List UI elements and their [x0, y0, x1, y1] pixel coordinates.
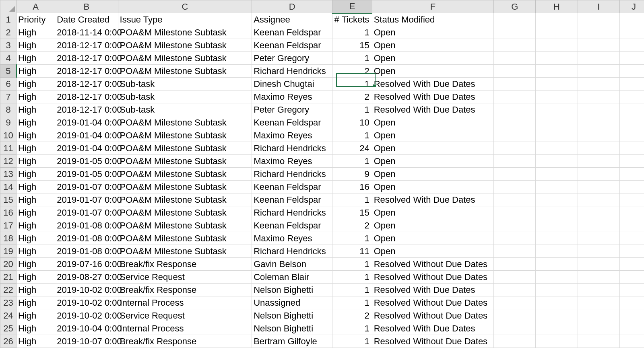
cell[interactable]: 1: [332, 78, 372, 90]
cell[interactable]: Dinesh Chugtai: [252, 78, 332, 90]
cell[interactable]: 16: [332, 181, 372, 193]
cell[interactable]: 2019-01-04 0:00: [55, 142, 118, 155]
cell[interactable]: POA&M Milestone Subtask: [118, 232, 252, 245]
row-header[interactable]: 2: [0, 26, 17, 39]
cell[interactable]: High: [17, 168, 55, 181]
cell[interactable]: [494, 142, 536, 155]
cell[interactable]: [536, 258, 578, 271]
row-header[interactable]: 13: [0, 168, 17, 181]
col-header-E[interactable]: E: [332, 0, 372, 13]
cell[interactable]: [619, 206, 644, 219]
cell[interactable]: [578, 39, 619, 52]
cell[interactable]: [578, 206, 619, 219]
cell[interactable]: [536, 78, 578, 90]
row-header[interactable]: 6: [0, 78, 17, 90]
cell[interactable]: [578, 181, 619, 193]
select-all-corner[interactable]: [0, 0, 17, 13]
cell[interactable]: [619, 90, 644, 103]
cell[interactable]: Open: [372, 52, 494, 65]
cell[interactable]: Internal Process: [118, 296, 252, 309]
cell[interactable]: 1: [332, 284, 372, 296]
cell[interactable]: Nelson Bighetti: [252, 284, 332, 296]
cell[interactable]: Resolved With Due Dates: [372, 90, 494, 103]
cell[interactable]: [494, 232, 536, 245]
cell[interactable]: [619, 193, 644, 206]
cell[interactable]: Peter Gregory: [252, 52, 332, 65]
col-header-G[interactable]: G: [494, 0, 536, 13]
cell[interactable]: POA&M Milestone Subtask: [118, 142, 252, 155]
cell[interactable]: Resolved Without Due Dates: [372, 296, 494, 309]
row-header[interactable]: 8: [0, 103, 17, 116]
cell[interactable]: Bertram Gilfoyle: [252, 335, 332, 348]
cell[interactable]: 2019-01-04 0:00: [55, 129, 118, 142]
cell[interactable]: [619, 258, 644, 271]
cell[interactable]: Nelson Bighetti: [252, 309, 332, 322]
cell[interactable]: [578, 193, 619, 206]
cell[interactable]: Open: [372, 26, 494, 39]
row-header[interactable]: 17: [0, 219, 17, 232]
cell[interactable]: Keenan Feldspar: [252, 26, 332, 39]
cell[interactable]: 2019-01-07 0:00: [55, 181, 118, 193]
cell[interactable]: POA&M Milestone Subtask: [118, 206, 252, 219]
cell[interactable]: [536, 13, 578, 26]
cell[interactable]: [619, 232, 644, 245]
cell[interactable]: 2019-01-07 0:00: [55, 193, 118, 206]
cell[interactable]: 2019-10-02 0:00: [55, 284, 118, 296]
cell[interactable]: 1: [332, 103, 372, 116]
cell[interactable]: 1: [332, 52, 372, 65]
cell[interactable]: High: [17, 52, 55, 65]
cell[interactable]: [494, 39, 536, 52]
cell[interactable]: [578, 258, 619, 271]
cell[interactable]: [536, 116, 578, 129]
cell[interactable]: 2019-01-04 0:00: [55, 116, 118, 129]
cell[interactable]: Priority: [17, 13, 55, 26]
cell[interactable]: POA&M Milestone Subtask: [118, 168, 252, 181]
cell[interactable]: Sub-task: [118, 78, 252, 90]
cell[interactable]: Richard Hendricks: [252, 65, 332, 78]
cell[interactable]: 1: [332, 271, 372, 284]
cell[interactable]: High: [17, 78, 55, 90]
cell[interactable]: [619, 322, 644, 335]
cell[interactable]: [619, 142, 644, 155]
cell[interactable]: Break/fix Response: [118, 258, 252, 271]
cell[interactable]: [494, 309, 536, 322]
cell[interactable]: Maximo Reyes: [252, 90, 332, 103]
cell[interactable]: [494, 284, 536, 296]
cell[interactable]: [494, 129, 536, 142]
cell[interactable]: 1: [332, 335, 372, 348]
cell[interactable]: High: [17, 65, 55, 78]
cell[interactable]: Keenan Feldspar: [252, 193, 332, 206]
cell[interactable]: 15: [332, 39, 372, 52]
cell[interactable]: Sub-task: [118, 103, 252, 116]
cell[interactable]: [619, 155, 644, 168]
cell[interactable]: [536, 296, 578, 309]
cell[interactable]: [536, 129, 578, 142]
cell[interactable]: [494, 116, 536, 129]
col-header-I[interactable]: I: [578, 0, 619, 13]
cell[interactable]: Richard Hendricks: [252, 168, 332, 181]
col-header-J[interactable]: J: [619, 0, 644, 13]
cell[interactable]: 1: [332, 322, 372, 335]
cell[interactable]: Coleman Blair: [252, 271, 332, 284]
cell[interactable]: 2019-01-05 0:00: [55, 168, 118, 181]
cell[interactable]: [619, 181, 644, 193]
cell[interactable]: POA&M Milestone Subtask: [118, 129, 252, 142]
cell[interactable]: [536, 335, 578, 348]
cell[interactable]: Issue Type: [118, 13, 252, 26]
row-header[interactable]: 16: [0, 206, 17, 219]
cell[interactable]: High: [17, 309, 55, 322]
cell[interactable]: 1: [332, 129, 372, 142]
cell[interactable]: [494, 335, 536, 348]
cell[interactable]: High: [17, 232, 55, 245]
cell[interactable]: POA&M Milestone Subtask: [118, 193, 252, 206]
cell[interactable]: [494, 181, 536, 193]
row-header[interactable]: 4: [0, 52, 17, 65]
cell[interactable]: [619, 284, 644, 296]
cell[interactable]: [578, 103, 619, 116]
cell[interactable]: High: [17, 155, 55, 168]
cell[interactable]: Service Request: [118, 271, 252, 284]
cell[interactable]: 1: [332, 232, 372, 245]
cell[interactable]: [494, 52, 536, 65]
cell[interactable]: [494, 13, 536, 26]
cell[interactable]: 2019-01-08 0:00: [55, 232, 118, 245]
